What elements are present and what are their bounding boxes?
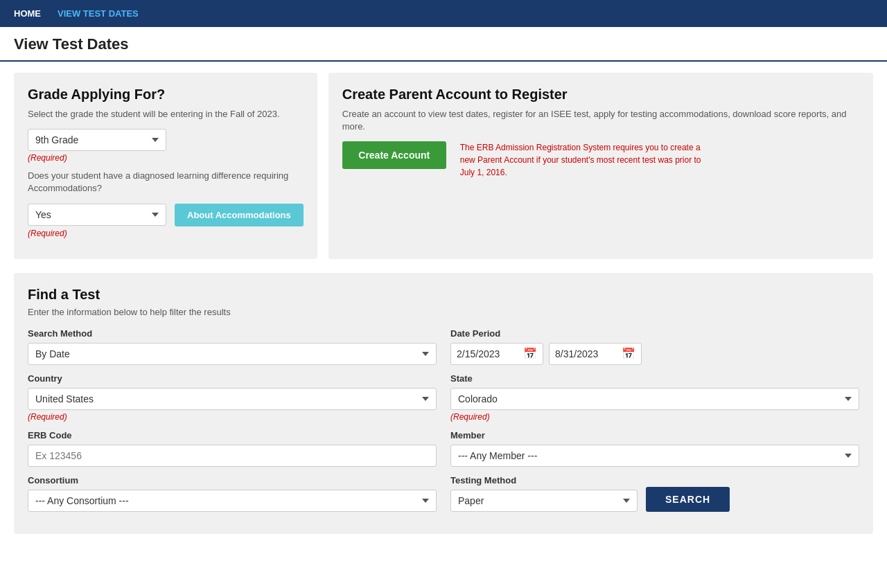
nav-home[interactable]: HOME: [14, 8, 41, 19]
account-panel-description: Create an account to view test dates, re…: [342, 108, 859, 133]
main-content: Grade Applying For? Select the grade the…: [0, 62, 887, 545]
about-accommodations-button[interactable]: About Accommodations: [175, 204, 304, 226]
grade-required: (Required): [28, 153, 304, 163]
date-period-label: Date Period: [450, 328, 859, 339]
date-end-input[interactable]: [555, 346, 617, 362]
top-panels: Grade Applying For? Select the grade the…: [14, 73, 873, 259]
country-label: Country: [28, 373, 437, 384]
date-start-wrap: 📅: [450, 343, 543, 365]
consortium-col: Consortium --- Any Consortium ---: [28, 475, 437, 512]
date-end-wrap: 📅: [549, 343, 642, 365]
accommodations-row: Yes No About Accommodations: [28, 204, 304, 226]
member-select[interactable]: --- Any Member ---: [450, 445, 859, 467]
country-required: (Required): [28, 412, 437, 422]
grade-select[interactable]: 9th Grade 10th Grade 11th Grade 12th Gra…: [28, 129, 166, 151]
erb-code-label: ERB Code: [28, 430, 437, 440]
find-test-section: Find a Test Enter the information below …: [14, 273, 873, 534]
nav-view-test-dates[interactable]: VIEW TEST DATES: [58, 8, 139, 19]
account-notice: The ERB Admission Registration System re…: [460, 141, 703, 179]
date-start-input[interactable]: [457, 346, 519, 362]
search-button[interactable]: SEARCH: [646, 487, 730, 512]
accommodations-required: (Required): [28, 229, 304, 238]
nav-bar: HOME VIEW TEST DATES: [0, 0, 887, 27]
account-panel: Create Parent Account to Register Create…: [328, 73, 873, 259]
state-required: (Required): [450, 412, 859, 422]
grade-panel: Grade Applying For? Select the grade the…: [14, 73, 317, 259]
create-account-button[interactable]: Create Account: [342, 141, 446, 169]
page-title: View Test Dates: [0, 27, 887, 62]
state-select[interactable]: Colorado California New York Texas: [450, 388, 859, 410]
search-method-col: Search Method By Date By Location By Mem…: [28, 328, 437, 365]
country-state-row: Country United States Canada Other (Requ…: [28, 373, 859, 422]
consortium-testing-row: Consortium --- Any Consortium --- Testin…: [28, 475, 859, 512]
date-period-col: Date Period 📅 📅: [450, 328, 859, 365]
calendar-end-icon[interactable]: 📅: [622, 347, 635, 360]
search-method-label: Search Method: [28, 328, 437, 339]
accommodations-select[interactable]: Yes No: [28, 204, 166, 226]
account-panel-inner: Create Account The ERB Admission Registr…: [342, 141, 859, 179]
erb-code-input[interactable]: [28, 445, 437, 467]
country-col: Country United States Canada Other (Requ…: [28, 373, 437, 422]
testing-method-label: Testing Method: [450, 475, 638, 485]
consortium-select[interactable]: --- Any Consortium ---: [28, 490, 437, 512]
grade-form-group: 9th Grade 10th Grade 11th Grade 12th Gra…: [28, 129, 304, 163]
search-method-select[interactable]: By Date By Location By Member: [28, 343, 437, 365]
find-test-subtitle: Enter the information below to help filt…: [28, 307, 859, 317]
erb-member-row: ERB Code Member --- Any Member ---: [28, 430, 859, 467]
state-col: State Colorado California New York Texas…: [450, 373, 859, 422]
member-label: Member: [450, 430, 859, 440]
state-label: State: [450, 373, 859, 384]
accommodations-question: Does your student have a diagnosed learn…: [28, 170, 304, 195]
testing-search-col: Testing Method Paper Online SEARCH: [450, 475, 859, 512]
accommodations-form-group: Yes No About Accommodations (Required): [28, 204, 304, 238]
consortium-label: Consortium: [28, 475, 437, 485]
grade-panel-subtitle: Select the grade the student will be ent…: [28, 108, 304, 121]
country-select[interactable]: United States Canada Other: [28, 388, 437, 410]
member-col: Member --- Any Member ---: [450, 430, 859, 467]
testing-method-col: Testing Method Paper Online: [450, 475, 638, 512]
calendar-start-icon[interactable]: 📅: [523, 347, 537, 360]
erb-code-col: ERB Code: [28, 430, 437, 467]
date-period-group: 📅 📅: [450, 343, 859, 365]
find-test-title: Find a Test: [28, 287, 859, 303]
account-panel-title: Create Parent Account to Register: [342, 87, 859, 103]
testing-method-select[interactable]: Paper Online: [450, 490, 638, 512]
search-method-date-row: Search Method By Date By Location By Mem…: [28, 328, 859, 365]
grade-panel-title: Grade Applying For?: [28, 87, 304, 103]
